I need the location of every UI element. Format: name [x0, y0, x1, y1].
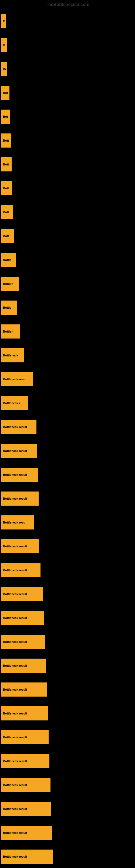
bar-item[interactable]: Bottleneck result	[1, 730, 49, 744]
bars-container: BoBoBoBottBottBottBottBottBottBottBottle…	[0, 9, 135, 868]
bar-row: Bottleneck result	[0, 415, 135, 439]
bar-label: Bottle	[3, 258, 11, 261]
bar-item[interactable]: Bottleneck result	[1, 563, 41, 577]
bar-item[interactable]: Bottleneck result	[1, 611, 44, 625]
bar-item[interactable]: Bottleneck result	[1, 444, 37, 458]
bar-row: Bottleneck r	[0, 391, 135, 415]
bar-item[interactable]: Bottleneck r	[1, 396, 28, 410]
bar-row: Bo	[0, 33, 135, 57]
bar-label: Bott	[3, 139, 9, 142]
bar-row: Bottleneck result	[0, 487, 135, 510]
bar-row: Bottle	[0, 248, 135, 272]
bar-label: Bottleneck r	[3, 401, 20, 405]
bar-label: Bottleneck result	[3, 640, 27, 643]
bar-label: Bott	[3, 115, 8, 118]
bar-row: Bottleneck result	[0, 582, 135, 606]
bar-row: Bottlen	[0, 319, 135, 343]
bar-item[interactable]: Bottleneck	[1, 348, 24, 362]
bar-item[interactable]: Bottleneck result	[1, 539, 39, 553]
bar-label: Bottleneck result	[3, 831, 27, 834]
bar-item[interactable]: Bottleneck result	[1, 682, 47, 696]
bar-item[interactable]: Bottleneck result	[1, 826, 52, 840]
bar-row: Bott	[0, 152, 135, 176]
bar-label: Bo	[3, 43, 5, 46]
bar-label: Bottleneck result	[3, 855, 27, 858]
bar-label: Bott	[3, 187, 9, 190]
bar-row: Bottleneck result	[0, 654, 135, 678]
bar-item[interactable]: Bott	[1, 157, 12, 172]
bar-row: Bottle	[0, 296, 135, 319]
bar-item[interactable]: Bottleneck resu	[1, 516, 34, 529]
bar-row: Bottleneck result	[0, 725, 135, 749]
bar-row: Bott	[0, 176, 135, 200]
bar-item[interactable]: Bottleneck result	[1, 778, 50, 792]
bar-row: Bottleneck result	[0, 439, 135, 463]
bar-item[interactable]: Bottleneck result	[1, 587, 43, 601]
bar-label: Bottleneck result	[3, 473, 27, 476]
bar-item[interactable]: Bott	[1, 133, 11, 148]
bar-row: Bott	[0, 129, 135, 152]
bar-row: Bott	[0, 200, 135, 224]
bar-row: Bottleneck result	[0, 773, 135, 797]
bar-item[interactable]: Bottleneck result	[1, 754, 49, 768]
bar-label: Bottleneck result	[3, 783, 27, 786]
bar-item[interactable]: Bottlen	[1, 324, 20, 339]
bar-row: Bott	[0, 105, 135, 129]
bar-item[interactable]: Bo	[1, 38, 7, 52]
bar-row: Bo	[0, 9, 135, 33]
bar-label: Bottlen	[3, 330, 13, 333]
bar-label: Bottleneck result	[3, 425, 27, 429]
bar-label: Bottleneck result	[3, 568, 27, 572]
bar-label: Bottleneck result	[3, 449, 27, 453]
bar-item[interactable]: Bottleneck result	[1, 635, 45, 649]
bar-item[interactable]: Bottleneck result	[1, 706, 48, 720]
bar-row: Bottleneck result	[0, 534, 135, 558]
bar-label: Bottleneck resu	[3, 521, 26, 524]
bar-item[interactable]: Bott	[1, 86, 9, 100]
bar-label: Bott	[3, 235, 9, 238]
site-title: TheBottlenecker.com	[0, 0, 135, 9]
bar-label: Bottleneck result	[3, 545, 27, 548]
bar-row: Bottleneck result	[0, 558, 135, 582]
bar-label: Bottleneck result	[3, 807, 27, 810]
bar-item[interactable]: Bottle	[1, 253, 16, 267]
bar-row: Bottlen	[0, 272, 135, 296]
bar-item[interactable]: Bottle	[1, 301, 17, 315]
bar-item[interactable]: Bo	[1, 14, 6, 28]
bar-item[interactable]: Bottleneck result	[1, 492, 39, 506]
bar-item[interactable]: Bottleneck result	[1, 468, 38, 482]
bar-label: Bottleneck resu	[3, 378, 26, 381]
bar-item[interactable]: Bottleneck result	[1, 802, 51, 816]
bar-row: Bott	[0, 224, 135, 248]
bar-item[interactable]: Bottleneck result	[1, 659, 46, 673]
bar-label: Bott	[3, 211, 9, 214]
bar-item[interactable]: Bott	[1, 181, 12, 195]
bar-row: Bottleneck result	[0, 797, 135, 821]
bar-item[interactable]: Bott	[1, 205, 13, 219]
bar-label: Bottleneck result	[3, 760, 27, 763]
bar-row: Bottleneck result	[0, 606, 135, 630]
bar-item[interactable]: Bottleneck resu	[1, 372, 33, 386]
bar-item[interactable]: Bottleneck result	[1, 420, 37, 434]
bar-label: Bottle	[3, 306, 11, 309]
bar-label: Bott	[3, 163, 9, 166]
bar-row: Bottleneck	[0, 343, 135, 367]
bar-label: Bottleneck result	[3, 664, 27, 667]
bar-row: Bottleneck result	[0, 463, 135, 487]
bar-label: Bott	[3, 91, 8, 94]
bar-label: Bottlen	[3, 282, 13, 285]
bar-item[interactable]: Bott	[1, 229, 14, 243]
bar-row: Bottleneck resu	[0, 510, 135, 534]
bar-label: Bottleneck	[3, 354, 18, 357]
bar-label: Bo	[3, 67, 6, 70]
bar-label: Bottleneck result	[3, 736, 27, 739]
bar-label: Bottleneck result	[3, 497, 27, 500]
bar-item[interactable]: Bottleneck result	[1, 849, 53, 864]
bar-item[interactable]: Bo	[1, 62, 7, 76]
bar-row: Bottleneck result	[0, 678, 135, 702]
bar-item[interactable]: Bott	[1, 110, 10, 124]
bar-item[interactable]: Bottlen	[1, 277, 19, 291]
bar-row: Bo	[0, 57, 135, 81]
bar-row: Bottleneck result	[0, 630, 135, 654]
bar-label: Bottleneck result	[3, 616, 27, 620]
